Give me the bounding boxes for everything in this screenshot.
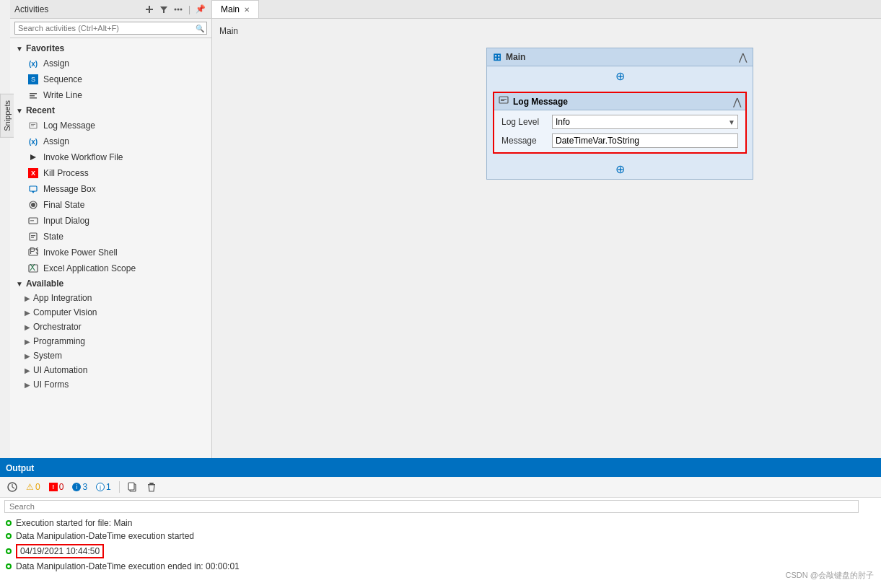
warn-count: 0 — [35, 482, 40, 492]
excel-label: Excel Application Scope — [43, 263, 136, 273]
favorites-arrow: ▼ — [16, 45, 23, 53]
uiforms-arrow: ▶ — [25, 381, 30, 389]
tree-item-killprocess[interactable]: X Kill Process — [10, 165, 211, 181]
log-dot-1 — [6, 520, 12, 526]
sequence-label: Sequence — [43, 74, 82, 84]
orchestrator-label: Orchestrator — [33, 322, 82, 332]
orchestrator-arrow: ▶ — [25, 323, 30, 331]
assign-label-recent: Assign — [43, 136, 69, 146]
tree-item-sequence[interactable]: S Sequence — [10, 71, 211, 87]
available-item-computervision[interactable]: ▶ Computer Vision — [10, 305, 211, 320]
main-box-icon: ⊞ — [493, 51, 501, 63]
available-item-orchestrator[interactable]: ▶ Orchestrator — [10, 320, 211, 334]
main-box-collapse-btn[interactable]: ⋀ — [739, 51, 747, 63]
available-item-appintegration[interactable]: ▶ App Integration — [10, 291, 211, 305]
assign-icon-fav: (x) — [27, 58, 39, 69]
available-item-uiforms[interactable]: ▶ UI Forms — [10, 377, 211, 392]
log-message-collapse-btn[interactable]: ⋀ — [733, 96, 741, 107]
svg-rect-6 — [30, 97, 37, 99]
warn-icon: ⚠ — [26, 482, 34, 492]
activities-toolbar-icon2[interactable] — [157, 3, 170, 16]
log-text-4: Data Manipulation-DateTime execution end… — [16, 561, 240, 571]
tree-item-invokeworkflow[interactable]: Invoke Workflow File — [10, 149, 211, 165]
available-item-programming[interactable]: ▶ Programming — [10, 334, 211, 348]
finalstate-icon — [27, 199, 39, 211]
tree-item-assign-fav[interactable]: (x) Assign — [10, 56, 211, 71]
log-text-1: Execution started for file: Main — [16, 518, 132, 528]
output-copy-icon[interactable] — [125, 479, 141, 495]
output-clear-icon[interactable] — [144, 479, 159, 495]
activities-pin-icon[interactable]: 📌 — [194, 3, 207, 16]
tree-item-inputdialog[interactable]: Input Dialog — [10, 213, 211, 229]
output-badge-info1[interactable]: i 1 — [93, 481, 114, 493]
tab-bar: Main ✕ — [212, 0, 881, 19]
uiautomation-label: UI Automation — [33, 365, 87, 375]
workflow-container: ⊞ Main ⋀ ⊕ — [486, 48, 753, 180]
canvas-content: Main ⊞ Main ⋀ ⊕ — [212, 19, 881, 458]
log-level-select[interactable]: Info — [552, 115, 738, 129]
log-level-label: Log Level — [501, 117, 552, 127]
output-toolbar: ⚠ 0 ! 0 i 3 i 1 — [0, 477, 881, 498]
toolbar-divider — [119, 481, 120, 493]
plus-btn-bottom[interactable]: ⊕ — [487, 159, 753, 179]
section-available[interactable]: ▼ Available — [10, 276, 211, 291]
info3-icon: i — [72, 483, 81, 491]
output-badge-error[interactable]: ! 0 — [46, 481, 67, 493]
tree-item-finalstate[interactable]: Final State — [10, 197, 211, 213]
appintegration-arrow: ▶ — [25, 294, 30, 302]
activities-toolbar-icon1[interactable] — [143, 3, 156, 16]
system-label: System — [33, 351, 62, 361]
favorites-label: Favorites — [26, 43, 64, 53]
log-text-2: Data Manipulation-DateTime execution sta… — [16, 531, 194, 541]
tree-item-state[interactable]: State — [10, 229, 211, 245]
invokeworkflow-icon — [27, 152, 39, 163]
tree-item-assign-recent[interactable]: (x) Assign — [10, 133, 211, 149]
activities-toolbar-icon3[interactable] — [172, 3, 185, 16]
programming-label: Programming — [33, 336, 85, 346]
output-search-input[interactable] — [4, 500, 859, 513]
computervision-label: Computer Vision — [33, 307, 97, 317]
sequence-icon: S — [27, 74, 39, 85]
available-label: Available — [26, 278, 63, 289]
svg-rect-10 — [31, 124, 35, 125]
svg-rect-7 — [30, 95, 35, 97]
tab-close-btn[interactable]: ✕ — [244, 6, 250, 14]
output-badge-warn[interactable]: ⚠ 0 — [23, 481, 43, 493]
section-recent[interactable]: ▼ Recent — [10, 103, 211, 118]
snippets-tab[interactable]: Snippets — [0, 94, 14, 138]
output-badge-info3[interactable]: i 3 — [69, 481, 90, 493]
log-dot-4 — [6, 563, 12, 569]
excel-icon: X — [27, 263, 39, 274]
svg-rect-13 — [30, 186, 37, 191]
assign-icon-recent: (x) — [27, 136, 39, 147]
logmessage-label: Log Message — [43, 120, 95, 131]
tree-item-messagebox[interactable]: Message Box — [10, 181, 211, 197]
available-item-system[interactable]: ▶ System — [10, 348, 211, 363]
svg-rect-8 — [30, 93, 37, 95]
output-clock-icon[interactable] — [4, 479, 20, 495]
inputdialog-icon — [27, 215, 39, 227]
section-favorites[interactable]: ▼ Favorites — [10, 41, 211, 56]
message-label: Message — [501, 136, 552, 146]
tab-main[interactable]: Main ✕ — [212, 0, 259, 18]
system-arrow: ▶ — [25, 352, 30, 360]
appintegration-label: App Integration — [33, 293, 92, 303]
log-line-2: Data Manipulation-DateTime execution sta… — [6, 530, 875, 543]
svg-line-31 — [12, 487, 14, 488]
plus-btn-top[interactable]: ⊕ — [487, 66, 753, 86]
killprocess-icon: X — [27, 167, 39, 179]
tree-item-logmessage[interactable]: Log Message — [10, 118, 211, 133]
message-input[interactable] — [552, 133, 738, 148]
canvas-breadcrumb: Main — [219, 26, 874, 36]
svg-rect-26 — [499, 97, 508, 103]
svg-marker-2 — [160, 6, 167, 13]
svg-point-3 — [174, 8, 176, 10]
uiautomation-arrow: ▶ — [25, 367, 30, 374]
tree-item-writeline[interactable]: Write Line — [10, 87, 211, 103]
finalstate-label: Final State — [43, 200, 84, 210]
available-item-uiautomation[interactable]: ▶ UI Automation — [10, 363, 211, 377]
tree-item-excel[interactable]: X Excel Application Scope — [10, 260, 211, 276]
search-input[interactable] — [14, 22, 207, 35]
tree-item-powershell[interactable]: PS Invoke Power Shell — [10, 245, 211, 260]
svg-text:X: X — [30, 263, 35, 273]
